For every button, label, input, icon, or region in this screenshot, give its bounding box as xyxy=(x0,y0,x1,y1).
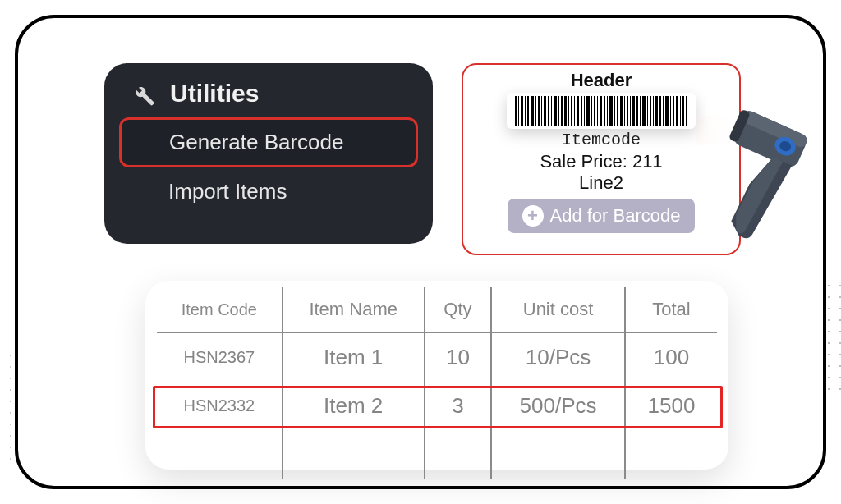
utilities-item-generate-barcode[interactable]: Generate Barcode xyxy=(119,117,418,167)
svg-rect-8 xyxy=(541,96,542,126)
wrench-icon xyxy=(127,80,155,108)
cell-total xyxy=(625,430,717,479)
cell-item-name: Item 1 xyxy=(283,332,425,382)
barcode-sale-price: Sale Price: 211 xyxy=(471,151,731,172)
cell-unit-cost: 500/Pcs xyxy=(491,382,625,430)
svg-rect-37 xyxy=(636,96,638,126)
svg-rect-49 xyxy=(676,96,678,126)
svg-rect-25 xyxy=(597,96,598,126)
barcode-header: Header xyxy=(471,70,731,91)
table-row[interactable]: HSN2332 Item 2 3 500/Pcs 1500 xyxy=(157,382,717,430)
svg-rect-28 xyxy=(607,96,608,126)
svg-rect-32 xyxy=(620,96,623,126)
svg-rect-19 xyxy=(577,96,579,126)
svg-rect-4 xyxy=(527,96,529,126)
header-unit-cost: Unit cost xyxy=(491,287,625,332)
svg-rect-48 xyxy=(673,96,674,126)
svg-rect-34 xyxy=(627,96,628,126)
utilities-header: Utilities xyxy=(119,75,418,117)
svg-rect-9 xyxy=(544,96,546,126)
svg-rect-46 xyxy=(665,96,669,126)
svg-rect-35 xyxy=(630,96,631,126)
header-total: Total xyxy=(625,287,717,332)
svg-rect-13 xyxy=(558,96,559,126)
svg-rect-44 xyxy=(659,96,661,126)
svg-rect-11 xyxy=(551,96,552,126)
table-row[interactable] xyxy=(157,430,717,479)
svg-rect-30 xyxy=(614,96,615,126)
svg-rect-5 xyxy=(531,96,534,126)
svg-rect-0 xyxy=(515,96,517,126)
barcode-line2: Line2 xyxy=(471,172,731,194)
main-card: Utilities Generate Barcode Import Items … xyxy=(15,15,826,489)
cell-qty xyxy=(425,430,491,479)
add-for-barcode-label: Add for Barcode xyxy=(550,205,681,227)
svg-rect-42 xyxy=(653,96,654,126)
svg-rect-50 xyxy=(680,96,681,126)
cell-item-name: Item 2 xyxy=(283,382,425,430)
plus-icon: + xyxy=(522,205,544,227)
svg-rect-33 xyxy=(624,96,625,126)
header-qty: Qty xyxy=(425,287,491,332)
svg-rect-7 xyxy=(538,96,540,126)
table-row[interactable]: HSN2367 Item 1 10 10/Pcs 100 xyxy=(157,332,717,382)
utilities-panel: Utilities Generate Barcode Import Items xyxy=(104,63,433,244)
svg-rect-45 xyxy=(663,96,664,126)
svg-rect-12 xyxy=(554,96,557,126)
svg-rect-36 xyxy=(632,96,635,126)
svg-rect-1 xyxy=(518,96,519,126)
svg-rect-51 xyxy=(682,96,684,126)
scanner-icon xyxy=(696,96,819,244)
svg-rect-41 xyxy=(650,96,651,126)
svg-rect-38 xyxy=(640,96,641,126)
cell-unit-cost: 10/Pcs xyxy=(491,332,625,382)
svg-rect-21 xyxy=(584,96,585,126)
cell-item-name xyxy=(283,430,425,479)
svg-rect-26 xyxy=(600,96,602,126)
cell-item-code xyxy=(157,430,283,479)
svg-rect-47 xyxy=(670,96,671,126)
header-item-code: Item Code xyxy=(157,287,283,332)
add-for-barcode-button[interactable]: + Add for Barcode xyxy=(508,199,696,233)
sale-price-label: Sale Price: xyxy=(540,151,627,172)
svg-rect-22 xyxy=(586,96,590,126)
svg-rect-20 xyxy=(581,96,582,126)
svg-rect-10 xyxy=(548,96,549,126)
cell-qty: 10 xyxy=(425,332,491,382)
cell-item-code: HSN2332 xyxy=(157,382,283,430)
svg-rect-2 xyxy=(521,96,523,126)
svg-rect-16 xyxy=(568,96,569,126)
svg-rect-14 xyxy=(561,96,563,126)
cell-item-code: HSN2367 xyxy=(157,332,283,382)
items-table: Item Code Item Name Qty Unit cost Total … xyxy=(157,287,717,479)
items-table-card: Item Code Item Name Qty Unit cost Total … xyxy=(145,281,728,470)
svg-rect-40 xyxy=(647,96,648,126)
svg-rect-31 xyxy=(617,96,618,126)
cell-unit-cost xyxy=(491,430,625,479)
barcode-image xyxy=(507,93,696,129)
svg-rect-24 xyxy=(594,96,595,126)
header-item-name: Item Name xyxy=(283,287,425,332)
table-header-row: Item Code Item Name Qty Unit cost Total xyxy=(157,287,717,332)
utilities-title: Utilities xyxy=(170,80,259,108)
cell-total: 1500 xyxy=(625,382,717,430)
sale-price-value: 211 xyxy=(632,151,663,172)
svg-rect-23 xyxy=(591,96,592,126)
svg-rect-27 xyxy=(604,96,605,126)
svg-rect-17 xyxy=(571,96,572,126)
svg-rect-3 xyxy=(525,96,526,126)
svg-rect-39 xyxy=(642,96,646,126)
utilities-item-import-items[interactable]: Import Items xyxy=(119,167,418,216)
svg-rect-29 xyxy=(609,96,613,126)
svg-rect-6 xyxy=(535,96,536,126)
svg-rect-52 xyxy=(686,96,687,126)
svg-rect-15 xyxy=(564,96,567,126)
cell-total: 100 xyxy=(625,332,717,382)
barcode-itemcode: Itemcode xyxy=(471,131,731,149)
svg-rect-18 xyxy=(574,96,575,126)
svg-rect-43 xyxy=(655,96,658,126)
cell-qty: 3 xyxy=(425,382,491,430)
